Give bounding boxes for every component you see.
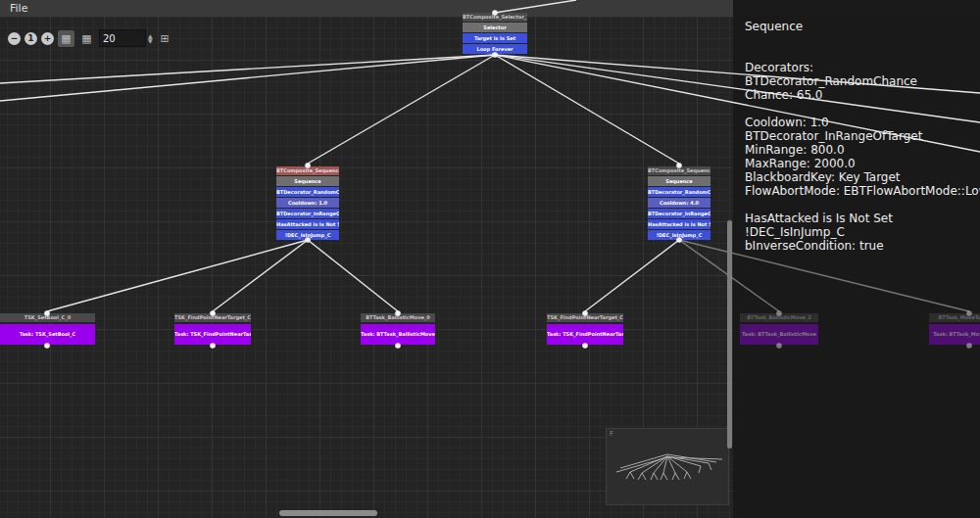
node-row: Target is Is Set [463, 33, 527, 43]
node-title: TSK_FindPointNearTarget_C_1 [547, 313, 623, 322]
minimap-flag-icon: F [610, 430, 613, 438]
node-title: TSK_SetBool_C_0 [0, 313, 95, 322]
node-task-row: Task: TSK_SetBool_C [0, 324, 95, 345]
vertical-scrollbar[interactable] [727, 220, 732, 448]
node-title: TSK_FindPointNearTarget_C_0 [174, 313, 251, 322]
grid-size-input[interactable] [99, 29, 146, 47]
node-row: HasAttacked is Is Not Set [276, 219, 339, 229]
node-row: Cooldown: 1.0 [276, 198, 339, 208]
node-bttask-ballisticmove-2[interactable]: BTTask_BallisticMove_2Task: BTTask_Balli… [740, 313, 818, 345]
node-bttask-ballisticmove-0[interactable]: BTTask_BallisticMove_0Task: BTTask_Balli… [361, 313, 435, 345]
node-task-row: Task: BTTask_BallisticMove [740, 324, 818, 345]
node-row: BTDecorator_InRangeOfTarget [276, 209, 339, 218]
canvas-toolbar: − 1 + ▦ ▦ ▲ ▼ ⊞ [8, 28, 173, 48]
zoom-reset-button[interactable]: 1 [24, 32, 37, 45]
node-row: Sequence [276, 176, 339, 186]
node-tsk-findpointneartarget-c-0[interactable]: TSK_FindPointNearTarget_C_0Task: TSK_Fin… [174, 313, 251, 345]
stepper-down-icon[interactable]: ▼ [148, 38, 153, 43]
node-title: BTComposite_Sequence_5 [276, 166, 339, 175]
node-title: BTComposite_Selector_7 [463, 13, 527, 22]
snap-grid-icon[interactable]: ▦ [58, 30, 74, 47]
node-tsk-setbool-c-0[interactable]: TSK_SetBool_C_0Task: TSK_SetBool_C [0, 313, 95, 345]
snap-grid-alt-icon[interactable]: ▦ [78, 30, 95, 47]
node-row: BTDecorator_InRangeOfTarget [648, 209, 710, 218]
horizontal-scrollbar[interactable] [279, 510, 377, 516]
zoom-in-button[interactable]: + [41, 32, 54, 45]
node-row: Loop Forever [463, 44, 527, 54]
minimap-preview [607, 429, 726, 502]
node-tsk-findpointneartarget-c-1[interactable]: TSK_FindPointNearTarget_C_1Task: TSK_Fin… [547, 313, 623, 345]
node-title: BTTask_MoveToUnit_0 [929, 313, 980, 322]
layout-icon[interactable]: ⊞ [157, 30, 173, 47]
node-row: HasAttacked is Is Not Set [648, 219, 710, 229]
node-row: !DEC_IsInJump_C [276, 230, 339, 240]
node-task-row: Task: BTTask_MoveToUnit [929, 324, 980, 345]
node-task-row: Task: BTTask_BallisticMove [361, 324, 435, 345]
zoom-out-button[interactable]: − [8, 32, 21, 45]
node-row: Sequence [648, 176, 710, 186]
node-row: BTDecorator_RandomChance [648, 187, 710, 197]
node-row: Cooldown: 4.0 [648, 198, 710, 208]
node-btcomposite-sequence-5[interactable]: BTComposite_Sequence_5SequenceBTDecorato… [276, 166, 339, 240]
node-bttask-movetounit-0[interactable]: BTTask_MoveToUnit_0Task: BTTask_MoveToUn… [929, 313, 980, 345]
node-row: Selector [463, 23, 527, 32]
node-task-row: Task: TSK_FindPointNearTarget_C [547, 324, 623, 345]
node-btcomposite-sequence-11[interactable]: BTComposite_Sequence_11SequenceBTDecorat… [648, 166, 710, 240]
node-title: BTComposite_Sequence_11 [648, 166, 710, 175]
minimap[interactable]: F [606, 428, 729, 505]
node-title: BTTask_BallisticMove_0 [361, 313, 435, 322]
node-row: BTDecorator_RandomChance [276, 187, 339, 197]
node-task-row: Task: TSK_FindPointNearTarget_C [174, 324, 251, 345]
nodes-layer: BTComposite_Selector_7SelectorTarget is … [0, 0, 980, 518]
node-row: !DEC_IsInJump_C [648, 230, 710, 240]
node-btcomposite-selector-7[interactable]: BTComposite_Selector_7SelectorTarget is … [463, 13, 527, 54]
node-title: BTTask_BallisticMove_2 [740, 313, 818, 322]
grid-size-stepper[interactable]: ▲ ▼ [148, 33, 153, 43]
